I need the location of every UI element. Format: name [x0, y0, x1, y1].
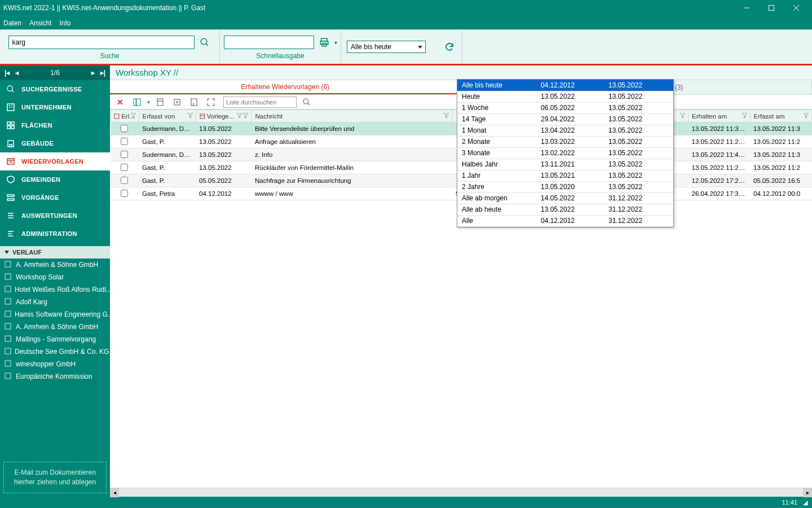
grid-columns-icon[interactable]	[130, 95, 144, 109]
column-header[interactable]: Vorlege...	[196, 110, 251, 122]
grid-tool1-icon[interactable]	[153, 95, 167, 109]
minimize-button[interactable]	[734, 0, 759, 16]
close-button[interactable]	[784, 0, 809, 16]
verlauf-item[interactable]: Mailings - Sammelvorgang	[0, 333, 110, 345]
row-checkbox[interactable]	[111, 161, 139, 174]
column-header[interactable]: Erfasst am	[750, 110, 812, 122]
svg-rect-43	[134, 99, 136, 106]
menu-ansicht[interactable]: Ansicht	[29, 19, 51, 27]
svg-line-52	[308, 103, 310, 104]
column-header[interactable]: Nachricht	[251, 110, 452, 122]
date-range-option[interactable]: Alle ab morgen14.05.202231.12.2022	[457, 192, 673, 204]
search-input[interactable]	[8, 36, 195, 49]
nav-item-area[interactable]: FLÄCHEN	[0, 116, 110, 134]
email-dropzone[interactable]: E-Mail zum Dokumentieren hierher ziehen …	[3, 462, 107, 493]
window-title: KWIS.net 2022-1 || KWIS.net-Anwendungsdo…	[3, 4, 734, 12]
verlauf-item[interactable]: Adolf Karg	[0, 296, 110, 308]
row-checkbox[interactable]	[111, 148, 139, 161]
date-range-option[interactable]: 2 Monate13.03.202213.05.2022	[457, 136, 673, 147]
date-range-option[interactable]: 3 Monate13.02.202213.05.2022	[457, 147, 673, 159]
svg-line-10	[12, 90, 14, 92]
nav-item-process[interactable]: VORGÄNGE	[0, 189, 110, 207]
maximize-button[interactable]	[759, 0, 784, 16]
nav-item-shield[interactable]: GEMEINDEN	[0, 170, 110, 189]
filter-icon[interactable]	[188, 112, 193, 118]
nav-item-followup[interactable]: WIEDERVORLAGEN	[0, 152, 110, 170]
nav-label: VORGÄNGE	[21, 194, 59, 201]
pager-next[interactable]: ▸	[91, 69, 95, 77]
filter-icon[interactable]	[243, 112, 249, 118]
column-header[interactable]: Erl...	[111, 110, 139, 122]
svg-rect-50	[191, 99, 197, 106]
grid-export-icon[interactable]	[170, 95, 184, 109]
date-range-option[interactable]: 14 Tage29.04.202213.05.2022	[457, 113, 673, 125]
nav-item-report[interactable]: AUSWERTUNGEN	[0, 207, 110, 225]
print-icon[interactable]	[317, 36, 331, 49]
filter-icon[interactable]	[680, 112, 686, 118]
refresh-button[interactable]	[443, 40, 456, 54]
filter-icon[interactable]	[444, 112, 449, 118]
scroll-left[interactable]: ◂	[110, 488, 119, 497]
grid-expand-icon[interactable]	[204, 95, 218, 109]
nav-item-building[interactable]: UNTERNEHMEN	[0, 98, 110, 116]
date-range-option[interactable]: 2 Jahre13.05.202013.05.2022	[457, 181, 673, 192]
date-range-panel[interactable]: Alle bis heute04.12.201213.05.2022Heute1…	[457, 79, 674, 227]
date-range-option[interactable]: 1 Woche06.05.202213.05.2022	[457, 102, 673, 113]
print-dropdown-icon[interactable]: ▾	[334, 40, 337, 46]
building2-icon	[6, 138, 16, 148]
verlauf-item[interactable]: Hamis Software Engineering G...	[0, 308, 110, 321]
svg-rect-25	[7, 195, 14, 196]
date-range-dropdown[interactable]: Alle bis heute	[347, 41, 426, 53]
row-checkbox[interactable]	[111, 174, 139, 187]
filter-icon[interactable]	[742, 112, 748, 118]
menu-daten[interactable]: Daten	[3, 19, 21, 27]
resize-grip-icon[interactable]: ◢	[803, 499, 807, 506]
scroll-right[interactable]: ▸	[803, 488, 812, 497]
column-header[interactable]: Erhalten am	[689, 110, 750, 122]
verlauf-item[interactable]: Deutsche See GmbH & Co. KG...	[0, 345, 110, 358]
nav-item-search[interactable]: SUCHERGEBNISSE	[0, 80, 110, 98]
titlebar: KWIS.net 2022-1 || KWIS.net-Anwendungsdo…	[0, 0, 812, 16]
row-checkbox[interactable]	[111, 135, 139, 148]
verlauf-item[interactable]: Hotel Weißes Roß Alfons Rudl...	[0, 283, 110, 296]
quick-output-input[interactable]	[224, 36, 314, 49]
grid-tool3-icon[interactable]	[187, 95, 201, 109]
filter-icon[interactable]	[804, 112, 809, 118]
filter-icon[interactable]	[131, 112, 136, 118]
date-range-option[interactable]: Alle ab heute13.05.202231.12.2022	[457, 204, 673, 215]
verlauf-item[interactable]: A. Amrhein & Söhne GmbH	[0, 321, 110, 333]
pager: |◂ ◂ 1/6 ▸ ▸|	[0, 65, 110, 80]
pager-prev[interactable]: ◂	[15, 69, 19, 77]
verlauf-item[interactable]: Europäische Kommission	[0, 370, 110, 383]
date-range-option[interactable]: Halbes Jahr13.11.202113.05.2022	[457, 159, 673, 170]
verlauf-item[interactable]: wineshopper GmbH	[0, 358, 110, 370]
pager-first[interactable]: |◂	[5, 69, 10, 77]
verlauf-header[interactable]: VERLAUF	[0, 246, 110, 259]
toolbar: Suche ▾ Schnellausgabe Alle bis heute	[0, 29, 812, 65]
verlauf-item[interactable]: Workshop Solar	[0, 271, 110, 283]
grid-search-icon[interactable]	[300, 95, 314, 109]
date-range-option[interactable]: Alle bis heute04.12.201213.05.2022	[457, 80, 673, 91]
grid-search-input[interactable]	[223, 97, 297, 108]
nav-item-admin[interactable]: ADMINISTRATION	[0, 225, 110, 243]
pager-last[interactable]: ▸|	[100, 69, 105, 77]
svg-rect-35	[5, 286, 11, 292]
tab-received[interactable]: Erhaltene Wiedervorlagen (6)	[110, 80, 461, 94]
date-range-option[interactable]: Alle04.12.201231.12.2022	[457, 215, 673, 226]
nav-label: ADMINISTRATION	[21, 230, 77, 237]
row-checkbox[interactable]	[111, 187, 139, 200]
nav-item-building2[interactable]: GEBÄUDE	[0, 134, 110, 152]
verlauf-item[interactable]: A. Amrhein & Söhne GmbH	[0, 259, 110, 271]
menu-info[interactable]: Info	[59, 19, 70, 27]
date-range-option[interactable]: Heute13.05.202213.05.2022	[457, 91, 673, 102]
grid-columns-dropdown-icon[interactable]: ▾	[147, 99, 150, 105]
column-header[interactable]: Erfasst von	[139, 110, 196, 122]
row-checkbox[interactable]	[111, 122, 139, 135]
search-button[interactable]	[198, 36, 211, 49]
horizontal-scrollbar[interactable]: ◂ ▸	[110, 488, 812, 497]
date-range-option[interactable]: 1 Jahr13.05.202113.05.2022	[457, 170, 673, 181]
date-range-option[interactable]: 1 Monat13.04.202213.05.2022	[457, 125, 673, 136]
area-icon	[6, 120, 16, 130]
filter-icon[interactable]	[237, 112, 242, 119]
grid-close-icon[interactable]: ✕	[113, 95, 127, 109]
